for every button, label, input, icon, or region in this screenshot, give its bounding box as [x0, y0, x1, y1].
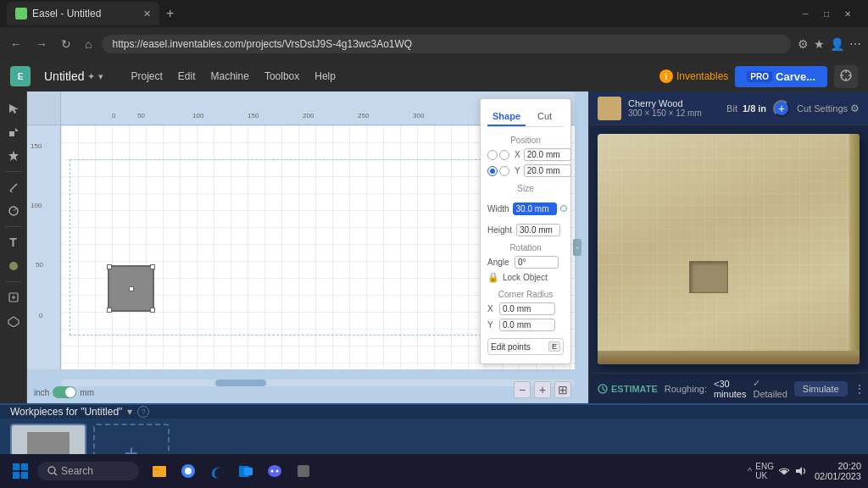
left-toolbar: T: [0, 92, 27, 403]
pos-x-radio-1[interactable]: [487, 150, 498, 160]
canvas-area[interactable]: 0 50 100 150 200 250 300 150 100 50 0: [27, 92, 588, 403]
svg-point-39: [271, 470, 274, 473]
cut-settings-button[interactable]: Cut Settings ⚙: [797, 103, 860, 114]
profile-icon[interactable]: 👤: [830, 37, 844, 51]
back-button[interactable]: ←: [7, 36, 25, 53]
pos-y-radio-2[interactable]: [499, 166, 509, 176]
horizontal-scroll-handle[interactable]: [215, 380, 266, 386]
circle-tool[interactable]: [3, 201, 24, 221]
preview-right-edge: [849, 134, 860, 351]
zoom-fit-button[interactable]: ⊞: [554, 381, 571, 398]
unit-toggle[interactable]: inch mm: [34, 386, 94, 398]
canvas-shape[interactable]: [108, 265, 154, 312]
unit-toggle-switch[interactable]: [53, 386, 76, 398]
ruler-corner: [27, 92, 61, 125]
image-tool[interactable]: [3, 256, 24, 276]
shape-tool[interactable]: [3, 122, 24, 142]
menu-machine[interactable]: Machine: [204, 67, 256, 86]
pos-y-input[interactable]: [524, 164, 571, 177]
ruler-tick-200: 200: [303, 112, 314, 119]
taskbar-app-discord[interactable]: [261, 458, 288, 485]
angle-label: Angle: [487, 258, 511, 267]
pos-x-radio-2[interactable]: [499, 150, 509, 160]
svg-point-18: [9, 262, 18, 270]
cr-y-input[interactable]: [499, 319, 555, 331]
forward-button[interactable]: →: [32, 36, 51, 53]
cr-x-input[interactable]: [499, 302, 555, 315]
menu-help[interactable]: Help: [308, 67, 342, 86]
workpieces-dropdown-icon[interactable]: ▾: [127, 406, 132, 418]
panel-tabs: Shape Cut: [487, 108, 564, 127]
more-options-icon[interactable]: ⋮: [854, 383, 865, 395]
shape-center-handle[interactable]: [129, 286, 134, 291]
inventables-link[interactable]: i Inventables: [659, 69, 728, 83]
shape-handle-bl[interactable]: [107, 308, 112, 313]
bookmarks-icon[interactable]: ★: [814, 37, 825, 51]
zoom-in-button[interactable]: +: [534, 381, 551, 398]
taskbar-app-chrome[interactable]: [175, 458, 202, 485]
text-tool[interactable]: T: [3, 232, 24, 252]
workpieces-header: Workpieces for "Untitled" ▾ ?: [0, 405, 868, 419]
workpieces-help-button[interactable]: ?: [137, 406, 149, 418]
tab-close-icon[interactable]: ✕: [143, 8, 151, 19]
pos-x-label: X: [515, 150, 520, 159]
chevron-icon[interactable]: ^: [748, 466, 752, 476]
zoom-out-button[interactable]: −: [514, 381, 531, 398]
favorite-icon[interactable]: ✦: [87, 71, 95, 82]
settings-icon-button[interactable]: [834, 65, 858, 88]
horizontal-scrollbar[interactable]: [61, 380, 575, 386]
import-tool[interactable]: [3, 287, 24, 308]
add-bit-button[interactable]: +: [773, 100, 790, 117]
menu-edit[interactable]: Edit: [171, 67, 203, 86]
minimize-button[interactable]: ─: [796, 8, 815, 20]
carve-button[interactable]: PRO Carve...: [735, 66, 827, 87]
pro-badge: PRO: [747, 71, 772, 82]
svg-rect-41: [298, 465, 309, 477]
taskbar-app-unknown[interactable]: [290, 458, 317, 485]
extensions-icon[interactable]: ⚙: [798, 37, 809, 51]
edit-points-button[interactable]: Edit points E: [487, 338, 564, 355]
height-input[interactable]: [516, 224, 560, 236]
tab-cut[interactable]: Cut: [526, 108, 564, 126]
close-button[interactable]: ✕: [837, 8, 858, 20]
pos-x-input[interactable]: [524, 148, 571, 161]
menu-icon[interactable]: ⋯: [849, 37, 861, 51]
taskbar-app-files[interactable]: [146, 458, 173, 485]
angle-input[interactable]: [515, 256, 559, 269]
menu-project[interactable]: Project: [124, 67, 169, 86]
browser-tab[interactable]: Easel - Untitled ✕: [7, 2, 159, 25]
start-button[interactable]: [7, 458, 34, 485]
3d-tool[interactable]: [3, 311, 24, 331]
width-row: Width: [487, 197, 564, 220]
clock[interactable]: 20:20 02/01/2023: [815, 461, 861, 481]
panel-collapse-arrow[interactable]: ›: [573, 239, 581, 256]
lock-row[interactable]: 🔒 Lock Object: [487, 272, 564, 283]
language-indicator: ENGUK: [755, 462, 774, 480]
home-button[interactable]: ⌂: [81, 36, 95, 53]
maximize-button[interactable]: □: [817, 8, 836, 20]
width-input[interactable]: [513, 202, 557, 215]
svg-rect-11: [9, 131, 14, 136]
url-input[interactable]: [102, 35, 791, 53]
workpieces-title: Workpieces for "Untitled": [10, 406, 122, 418]
menu-toolbox[interactable]: Toolbox: [258, 67, 306, 86]
select-tool[interactable]: [3, 98, 24, 119]
star-tool[interactable]: [3, 146, 24, 166]
shape-handle-tr[interactable]: [150, 264, 155, 269]
ruler-tick-0: 0: [112, 112, 115, 119]
shape-handle-br[interactable]: [150, 308, 155, 313]
shape-handle-tl[interactable]: [107, 264, 112, 269]
link-proportions-button[interactable]: [560, 197, 567, 220]
tab-shape[interactable]: Shape: [487, 108, 526, 126]
taskbar-app-outlook[interactable]: [232, 458, 259, 485]
svg-point-38: [268, 465, 281, 477]
simulate-button[interactable]: Simulate: [794, 381, 848, 396]
pen-tool[interactable]: [3, 177, 24, 197]
taskbar-app-edge[interactable]: [203, 458, 231, 485]
ruler-tick-v0: 0: [39, 312, 42, 319]
title-dropdown-icon[interactable]: ▾: [98, 71, 103, 82]
pos-y-radio-1[interactable]: [487, 166, 498, 176]
taskbar-search[interactable]: Search: [37, 462, 139, 480]
new-tab-button[interactable]: +: [166, 6, 174, 21]
refresh-button[interactable]: ↻: [58, 36, 75, 53]
